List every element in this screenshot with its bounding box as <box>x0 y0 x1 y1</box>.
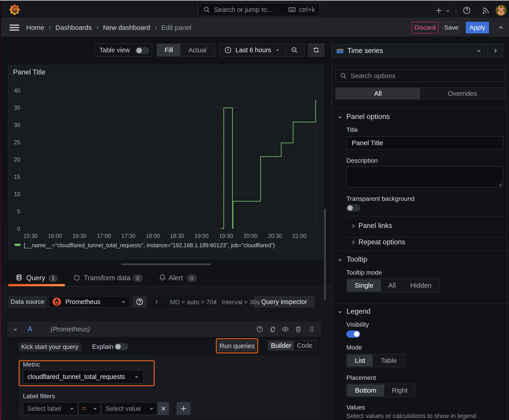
svg-text:30: 30 <box>14 122 20 128</box>
svg-text:18:00: 18:00 <box>146 233 160 239</box>
svg-text:19:00: 19:00 <box>195 233 209 239</box>
svg-text:17:30: 17:30 <box>122 233 136 239</box>
svg-text:20:00: 20:00 <box>243 233 258 239</box>
svg-text:40: 40 <box>14 87 20 94</box>
svg-text:18:30: 18:30 <box>170 233 184 239</box>
svg-text:0: 0 <box>17 225 20 232</box>
svg-text:5: 5 <box>17 208 20 215</box>
svg-text:{__name__="cloudflared_tunnel_: {__name__="cloudflared_tunnel_total_requ… <box>23 242 275 248</box>
svg-text:20: 20 <box>14 156 20 163</box>
svg-text:16:30: 16:30 <box>73 233 87 239</box>
svg-text:15:30: 15:30 <box>23 233 38 239</box>
svg-text:10: 10 <box>14 191 20 197</box>
svg-text:16:00: 16:00 <box>48 233 62 239</box>
svg-text:15: 15 <box>14 174 20 180</box>
svg-text:25: 25 <box>14 139 20 145</box>
svg-text:35: 35 <box>14 105 20 111</box>
svg-text:21:00: 21:00 <box>292 233 307 239</box>
svg-text:17:00: 17:00 <box>97 233 111 239</box>
svg-text:19:30: 19:30 <box>219 233 233 239</box>
svg-text:20:30: 20:30 <box>268 233 282 239</box>
